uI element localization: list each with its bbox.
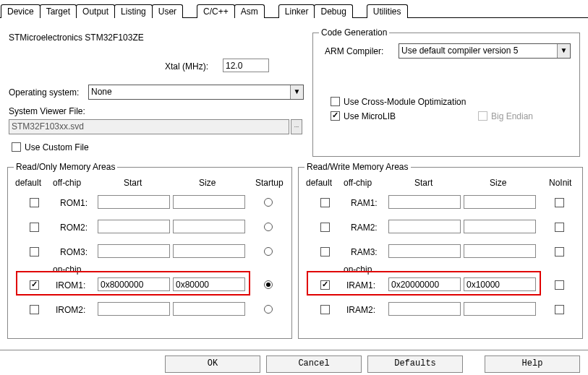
defaults-button[interactable]: Defaults: [367, 355, 463, 373]
rw-hdr-offchip: off-chip: [344, 178, 372, 188]
use-custom-file-checkbox[interactable]: [12, 142, 21, 152]
iram1-size-input[interactable]: 0x10000: [464, 277, 536, 291]
ram1-start-input[interactable]: [388, 195, 461, 209]
irom1-size-input[interactable]: 0x80000: [173, 277, 245, 291]
iram2-default-checkbox[interactable]: [320, 305, 330, 314]
tab-asm[interactable]: Asm: [234, 4, 265, 18]
rom2-startup-radio[interactable]: [264, 223, 273, 231]
ram2-size-input[interactable]: [464, 220, 536, 233]
big-endian-checkbox: [478, 111, 487, 121]
rw-hdr-noinit: NoInit: [549, 178, 571, 188]
ram1-label: RAM1:: [351, 198, 378, 208]
tab-device[interactable]: Device: [1, 4, 41, 18]
arm-compiler-select[interactable]: Use default compiler version 5 ▼: [399, 43, 571, 59]
svf-label: System Viewer File:: [9, 106, 85, 116]
ram2-default-checkbox[interactable]: [320, 223, 330, 232]
ram3-noinit-checkbox[interactable]: [555, 247, 564, 257]
code-generation-title: Code Generation: [319, 27, 389, 38]
rom3-default-checkbox[interactable]: [30, 247, 39, 257]
ro-hdr-start: Start: [124, 178, 142, 188]
options-dialog: Device Target Output Listing User C/C++ …: [0, 0, 588, 375]
iram2-size-input[interactable]: [464, 302, 536, 316]
rw-onchip-label: on-chip: [344, 264, 372, 275]
irom1-default-checkbox[interactable]: [30, 280, 39, 290]
readonly-memory-group: Read/Only Memory Areas default off-chip …: [7, 167, 292, 339]
ram1-noinit-checkbox[interactable]: [555, 198, 564, 207]
ram3-size-input[interactable]: [464, 244, 536, 258]
irom1-startup-radio[interactable]: [264, 280, 273, 289]
xtal-label: Xtal (MHz):: [165, 61, 208, 72]
rom3-start-input[interactable]: [98, 244, 170, 258]
rom2-start-input[interactable]: [98, 220, 170, 233]
os-value: None: [91, 87, 112, 97]
ram1-size-input[interactable]: [464, 195, 536, 209]
cross-module-checkbox[interactable]: [331, 97, 340, 106]
device-name: STMicroelectronics STM32F103ZE: [9, 33, 144, 43]
rom1-start-input[interactable]: [98, 195, 170, 209]
os-select[interactable]: None ▼: [88, 85, 304, 100]
iram2-start-input[interactable]: [388, 302, 461, 316]
rom2-size-input[interactable]: [173, 220, 245, 233]
ram3-label: RAM3:: [351, 247, 378, 257]
os-label: Operating system:: [9, 87, 79, 98]
irom1-label: IROM1:: [56, 280, 85, 290]
irom1-start-input[interactable]: 0x8000000: [98, 277, 170, 291]
tab-cpp[interactable]: C/C++: [197, 4, 235, 18]
big-endian-label: Big Endian: [491, 111, 533, 121]
arm-compiler-value: Use default compiler version 5: [401, 46, 518, 56]
tab-target[interactable]: Target: [40, 4, 77, 18]
rw-hdr-size: Size: [490, 178, 506, 188]
iram2-noinit-checkbox[interactable]: [555, 305, 564, 314]
svf-input[interactable]: STM32F103xx.svd: [9, 119, 289, 134]
rom1-label: ROM1:: [60, 198, 88, 208]
rom1-default-checkbox[interactable]: [30, 198, 39, 207]
rom2-default-checkbox[interactable]: [30, 223, 39, 232]
readonly-title: Read/Only Memory Areas: [14, 162, 117, 172]
rom1-startup-radio[interactable]: [264, 198, 273, 207]
chevron-down-icon[interactable]: ▼: [557, 44, 570, 58]
tab-debug[interactable]: Debug: [314, 4, 352, 18]
tab-listing[interactable]: Listing: [114, 4, 153, 18]
ram3-start-input[interactable]: [388, 244, 461, 258]
microlib-label: Use MicroLIB: [344, 111, 396, 121]
cancel-button[interactable]: Cancel: [266, 355, 362, 373]
chevron-down-icon[interactable]: ▼: [290, 85, 303, 99]
button-separator: [0, 350, 588, 350]
tab-linker[interactable]: Linker: [278, 4, 315, 18]
iram1-start-input[interactable]: 0x20000000: [388, 277, 461, 291]
rom3-startup-radio[interactable]: [264, 247, 273, 256]
rom3-size-input[interactable]: [173, 244, 245, 258]
iram2-label: IRAM2:: [346, 305, 375, 315]
ro-hdr-size: Size: [199, 178, 216, 188]
rom1-size-input[interactable]: [173, 195, 245, 209]
svf-browse-button[interactable]: ...: [291, 119, 302, 134]
irom2-size-input[interactable]: [173, 302, 245, 316]
ram2-start-input[interactable]: [388, 220, 461, 233]
microlib-checkbox[interactable]: [331, 111, 340, 121]
tab-user[interactable]: User: [152, 4, 183, 18]
code-generation-group: Code Generation ARM Compiler: Use defaul…: [312, 33, 580, 157]
ram3-default-checkbox[interactable]: [320, 247, 330, 257]
tab-output[interactable]: Output: [76, 4, 115, 18]
iram1-default-checkbox[interactable]: [320, 280, 330, 290]
use-custom-file-label: Use Custom File: [25, 142, 89, 152]
irom2-startup-radio[interactable]: [264, 305, 273, 314]
iram1-label: IRAM1:: [346, 280, 375, 290]
iram1-noinit-checkbox[interactable]: [555, 280, 564, 290]
rom3-label: ROM3:: [60, 247, 88, 257]
xtal-input[interactable]: 12.0: [223, 59, 269, 72]
arm-compiler-label: ARM Compiler:: [325, 46, 383, 56]
ok-button[interactable]: OK: [165, 355, 260, 373]
ro-hdr-startup: Startup: [255, 178, 284, 188]
ram2-label: RAM2:: [351, 223, 378, 233]
irom2-default-checkbox[interactable]: [30, 305, 39, 314]
ram2-noinit-checkbox[interactable]: [555, 223, 564, 232]
cross-module-label: Use Cross-Module Optimization: [344, 97, 466, 107]
ram1-default-checkbox[interactable]: [320, 198, 330, 207]
irom2-start-input[interactable]: [98, 302, 170, 316]
rw-hdr-default: default: [306, 178, 332, 188]
help-button[interactable]: Help: [485, 355, 580, 373]
tab-strip: Device Target Output Listing User C/C++ …: [0, 0, 588, 18]
readwrite-title: Read/Write Memory Areas: [304, 162, 411, 172]
tab-utilities[interactable]: Utilities: [367, 4, 408, 18]
